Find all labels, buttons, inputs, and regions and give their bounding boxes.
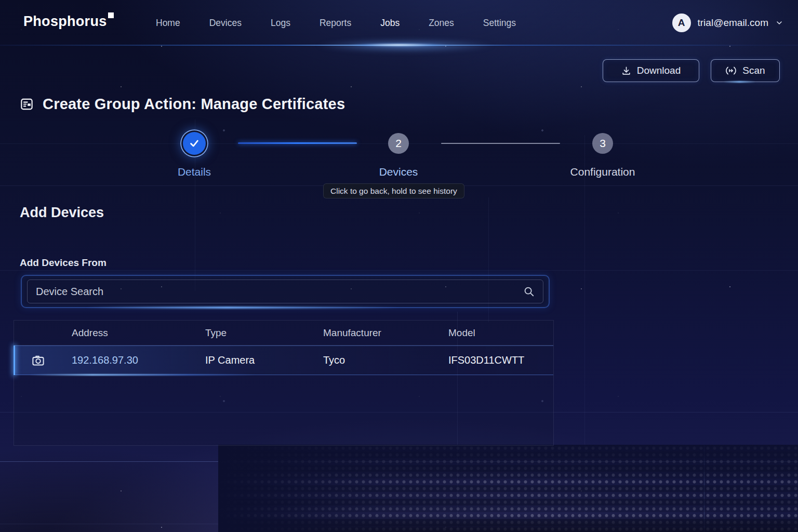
grid-line: [0, 461, 798, 462]
device-search-container: [21, 275, 550, 308]
scan-label: Scan: [742, 65, 765, 76]
download-label: Download: [637, 65, 681, 76]
page-title: Create Group Action: Manage Certificates: [20, 96, 345, 113]
add-devices-from-label: Add Devices From: [20, 257, 107, 269]
nav-item-settings[interactable]: Settings: [483, 18, 516, 29]
column-manufacturer: Manufacturer: [323, 327, 448, 339]
column-type: Type: [205, 327, 323, 339]
brand-logo-mark: [108, 12, 114, 18]
search-icon[interactable]: [523, 286, 535, 297]
nav-item-zones[interactable]: Zones: [429, 18, 454, 29]
step-devices-circle[interactable]: 2: [388, 133, 409, 154]
grid-line: [0, 270, 798, 271]
step-configuration-label[interactable]: Configuration: [535, 166, 670, 178]
grid-line: [0, 524, 798, 524]
dot-matrix-texture: [218, 445, 798, 532]
stepper-connector-upcoming: [441, 143, 560, 144]
group-action-icon: [20, 97, 34, 111]
check-icon: [189, 138, 200, 149]
step-details-circle[interactable]: [183, 132, 206, 155]
cell-model: IFS03D11CWTT: [448, 354, 553, 366]
section-heading: Add Devices: [20, 205, 104, 221]
camera-icon: [31, 353, 72, 367]
cell-manufacturer: Tyco: [323, 354, 448, 366]
brand-name: Phosphorus: [23, 14, 107, 29]
download-icon: [621, 66, 631, 76]
chevron-down-icon[interactable]: [775, 19, 783, 27]
device-search-input[interactable]: [36, 286, 517, 298]
brand-logo[interactable]: Phosphorus: [23, 14, 114, 30]
table-row[interactable]: 192.168.97.30 IP Camera Tyco IFS03D11CWT…: [14, 345, 553, 375]
scan-icon: [725, 65, 737, 76]
avatar[interactable]: A: [672, 14, 691, 32]
nav-item-home[interactable]: Home: [156, 18, 180, 29]
download-button[interactable]: Download: [603, 59, 699, 82]
account-email: trial@email.com: [698, 17, 768, 29]
nav-item-devices[interactable]: Devices: [209, 18, 242, 29]
device-search-field: [27, 280, 543, 303]
nav-item-logs[interactable]: Logs: [271, 18, 290, 29]
page-title-text: Create Group Action: Manage Certificates: [43, 96, 345, 113]
cell-address: 192.168.97.30: [72, 354, 205, 366]
cell-type: IP Camera: [205, 354, 323, 366]
scan-button[interactable]: Scan: [711, 59, 780, 82]
nav-item-jobs[interactable]: Jobs: [380, 18, 400, 29]
nav-menu: Home Devices Logs Reports Jobs Zones Set…: [156, 0, 516, 46]
top-nav: Phosphorus Home Devices Logs Reports Job…: [0, 0, 798, 46]
account-menu[interactable]: A trial@email.com: [672, 0, 783, 46]
step-devices-label[interactable]: Devices: [331, 166, 466, 178]
device-table-header: Address Type Manufacturer Model: [14, 321, 553, 345]
nav-item-reports[interactable]: Reports: [320, 18, 351, 29]
device-table: Address Type Manufacturer Model 192.168.…: [14, 320, 554, 446]
column-address: Address: [72, 327, 205, 339]
grid-line: [704, 445, 704, 532]
grid-line: [224, 445, 225, 486]
column-model: Model: [448, 327, 553, 339]
grid-line: [584, 135, 585, 532]
step-details-label[interactable]: Details: [127, 166, 262, 178]
step-configuration-circle[interactable]: 3: [592, 133, 613, 154]
app-root: Phosphorus Home Devices Logs Reports Job…: [0, 0, 798, 532]
stepper-tooltip: Click to go back, hold to see history: [323, 183, 464, 198]
stepper-connector-complete: [238, 142, 357, 144]
